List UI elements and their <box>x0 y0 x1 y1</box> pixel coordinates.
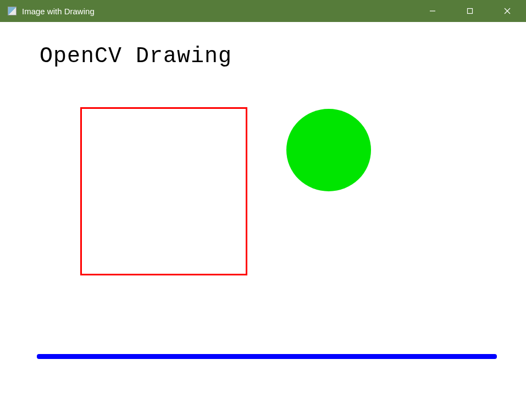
window-controls <box>414 0 526 22</box>
svg-rect-1 <box>468 9 473 14</box>
window-titlebar: Image with Drawing <box>0 0 526 22</box>
rectangle-shape <box>80 107 247 275</box>
circle-shape <box>286 109 371 191</box>
window-title: Image with Drawing <box>22 7 414 16</box>
minimize-icon <box>429 8 436 14</box>
minimize-button[interactable] <box>414 0 451 22</box>
maximize-icon <box>467 8 473 14</box>
app-icon <box>8 7 16 15</box>
maximize-button[interactable] <box>451 0 489 22</box>
close-button[interactable] <box>489 0 526 22</box>
close-icon <box>504 8 511 14</box>
line-shape <box>37 354 497 359</box>
canvas-text: OpenCV Drawing <box>40 44 232 69</box>
canvas-area: OpenCV Drawing <box>0 22 526 420</box>
